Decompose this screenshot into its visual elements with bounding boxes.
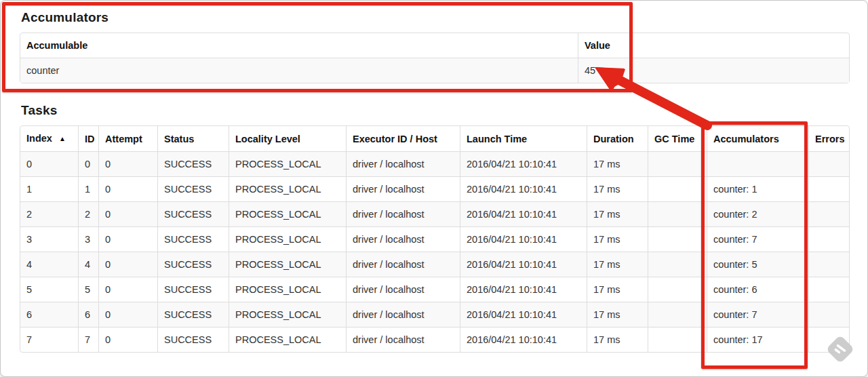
table-cell: 1 — [78, 176, 98, 201]
table-cell — [648, 226, 707, 252]
table-cell — [808, 226, 849, 252]
table-cell: 2016/04/21 10:10:41 — [460, 252, 587, 277]
table-cell: 6 — [78, 302, 98, 327]
table-cell — [808, 302, 849, 327]
table-cell — [648, 327, 707, 352]
table-cell: PROCESS_LOCAL — [229, 201, 346, 226]
table-cell: 17 ms — [587, 327, 648, 352]
tasks-column-header-locality-level[interactable]: Locality Level — [229, 126, 346, 151]
table-cell: SUCCESS — [157, 277, 229, 302]
table-cell — [648, 277, 707, 302]
table-cell: 2016/04/21 10:10:41 — [460, 201, 587, 226]
table-cell: driver / localhost — [346, 252, 460, 277]
table-cell: 2016/04/21 10:10:41 — [460, 327, 587, 352]
table-cell: PROCESS_LOCAL — [229, 277, 346, 302]
table-cell — [648, 201, 707, 226]
tasks-column-header-gc-time[interactable]: GC Time — [648, 126, 707, 151]
tasks-column-header-status[interactable]: Status — [157, 126, 229, 151]
table-cell — [808, 252, 849, 277]
table-cell: 5 — [78, 277, 98, 302]
tasks-column-header-errors[interactable]: Errors — [808, 126, 849, 151]
table-cell: 0 — [78, 151, 98, 176]
table-cell: driver / localhost — [346, 201, 460, 226]
table-cell — [808, 151, 849, 176]
tasks-heading: Tasks — [21, 103, 848, 118]
table-cell: 0 — [98, 151, 157, 176]
table-cell: counter: 1 — [707, 176, 808, 201]
table-cell — [648, 176, 707, 201]
accumulators-table: Accumulable Value counter45 — [20, 33, 850, 83]
table-cell: SUCCESS — [157, 201, 229, 226]
table-cell: 0 — [20, 151, 78, 176]
table-cell: 2016/04/21 10:10:41 — [460, 302, 587, 327]
table-cell: SUCCESS — [157, 226, 229, 252]
table-cell: SUCCESS — [157, 176, 229, 201]
table-cell: PROCESS_LOCAL — [229, 151, 346, 176]
table-cell: 2 — [20, 201, 78, 226]
table-cell: counter: 6 — [707, 277, 808, 302]
table-row: 000SUCCESSPROCESS_LOCALdriver / localhos… — [20, 151, 849, 176]
tasks-column-header-duration[interactable]: Duration — [587, 126, 648, 151]
table-cell: driver / localhost — [346, 151, 460, 176]
table-cell: counter: 17 — [707, 327, 808, 352]
table-cell — [707, 151, 808, 176]
table-cell: 0 — [98, 277, 157, 302]
table-cell: SUCCESS — [157, 151, 229, 176]
tasks-column-header-index[interactable]: Index▲ — [20, 126, 78, 151]
table-cell: SUCCESS — [157, 327, 229, 352]
table-row: 110SUCCESSPROCESS_LOCALdriver / localhos… — [20, 176, 849, 201]
table-cell: 0 — [98, 252, 157, 277]
table-cell: 2 — [78, 201, 98, 226]
table-cell: 1 — [20, 176, 78, 201]
value-column-header: Value — [578, 33, 849, 58]
sort-ascending-icon: ▲ — [59, 135, 66, 142]
table-cell: SUCCESS — [157, 302, 229, 327]
tasks-column-header-attempt[interactable]: Attempt — [98, 126, 157, 151]
table-cell: 4 — [78, 252, 98, 277]
table-cell: 3 — [78, 226, 98, 252]
tasks-column-header-id[interactable]: ID — [78, 126, 98, 151]
table-cell: 4 — [20, 252, 78, 277]
index-header-label: Index — [26, 133, 52, 144]
table-cell: 0 — [98, 201, 157, 226]
accumulators-header-row: Accumulable Value — [20, 33, 849, 58]
table-row: 220SUCCESSPROCESS_LOCALdriver / localhos… — [20, 201, 849, 226]
table-cell: driver / localhost — [346, 176, 460, 201]
table-cell — [648, 151, 707, 176]
table-cell: driver / localhost — [346, 327, 460, 352]
table-cell — [808, 327, 849, 352]
tasks-header-row: Index▲ ID Attempt Status Locality Level … — [20, 126, 849, 151]
table-cell — [808, 277, 849, 302]
table-cell: 0 — [98, 176, 157, 201]
table-cell: counter — [20, 58, 578, 83]
table-row: 660SUCCESSPROCESS_LOCALdriver / localhos… — [20, 302, 849, 327]
tasks-column-header-executor-id-host[interactable]: Executor ID / Host — [346, 126, 460, 151]
table-cell: PROCESS_LOCAL — [229, 252, 346, 277]
tasks-column-header-accumulators[interactable]: Accumulators — [707, 126, 808, 151]
table-cell: 17 ms — [587, 302, 648, 327]
table-cell: counter: 5 — [707, 252, 808, 277]
table-cell: PROCESS_LOCAL — [229, 176, 346, 201]
table-cell: 5 — [20, 277, 78, 302]
table-cell: driver / localhost — [346, 226, 460, 252]
table-row: 440SUCCESSPROCESS_LOCALdriver / localhos… — [20, 252, 849, 277]
page-content: Accumulators Accumulable Value counter45… — [20, 1, 848, 353]
table-cell: counter: 7 — [707, 226, 808, 252]
tasks-column-header-launch-time[interactable]: Launch Time — [460, 126, 587, 151]
table-cell: 7 — [78, 327, 98, 352]
table-cell: 17 ms — [587, 176, 648, 201]
table-cell: 2016/04/21 10:10:41 — [460, 226, 587, 252]
table-cell: PROCESS_LOCAL — [229, 327, 346, 352]
table-cell: 6 — [20, 302, 78, 327]
table-cell: SUCCESS — [157, 252, 229, 277]
table-cell: PROCESS_LOCAL — [229, 226, 346, 252]
table-cell — [648, 302, 707, 327]
table-cell: 2016/04/21 10:10:41 — [460, 277, 587, 302]
table-row: 550SUCCESSPROCESS_LOCALdriver / localhos… — [20, 277, 849, 302]
table-cell: counter: 7 — [707, 302, 808, 327]
spark-stage-page: Accumulators Accumulable Value counter45… — [0, 0, 868, 377]
table-row: counter45 — [20, 58, 849, 83]
table-cell: 3 — [20, 226, 78, 252]
tasks-table: Index▲ ID Attempt Status Locality Level … — [20, 125, 850, 353]
table-cell — [808, 176, 849, 201]
